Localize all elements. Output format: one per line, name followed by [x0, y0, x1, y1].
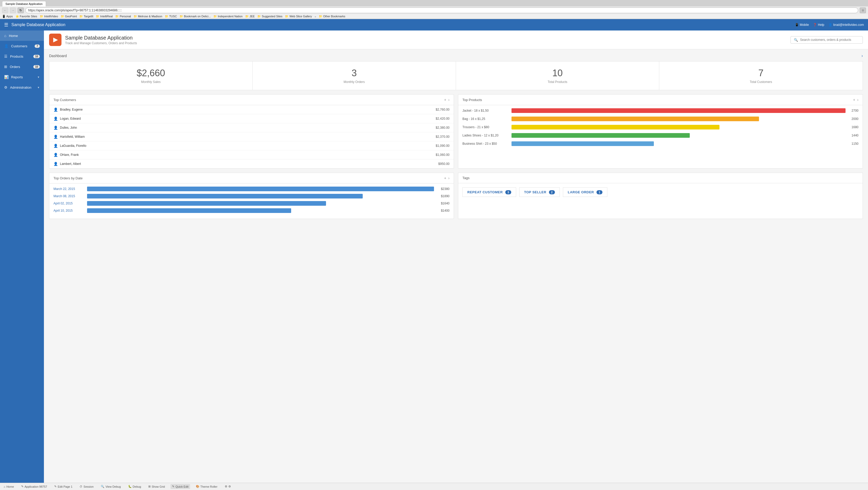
bookmark-jee[interactable]: 📁 JEE	[245, 15, 255, 18]
sidebar-label-reports: Reports	[11, 75, 36, 79]
bookmark-button[interactable]: ☆	[860, 7, 866, 13]
toolbar-item-edit-page[interactable]: ✎Edit Page 1	[53, 484, 74, 489]
product-bar	[512, 133, 690, 138]
products-card-actions: + ›	[853, 98, 859, 102]
toolbar-item-show-grid[interactable]: ⊞Show Grid	[147, 484, 166, 489]
order-bar	[87, 187, 434, 191]
orders-nav-btn[interactable]: ›	[448, 176, 450, 180]
toolbar-icon-edit-page: ✎	[54, 485, 57, 488]
bookmark-personal[interactable]: 📁 Personal	[115, 15, 131, 18]
toolbar-item-home[interactable]: ⌂Home	[2, 484, 16, 489]
top-orders-card: Top Orders by Date + › March 22, 2015 $2…	[49, 173, 454, 219]
customer-list: 👤 Bradley, Eugene $2,760.00 👤 Logan, Edw…	[49, 105, 454, 168]
app-header-info: ▶ Sample Database Application Track and …	[49, 34, 137, 46]
two-col-bottom: Top Orders by Date + › March 22, 2015 $2…	[49, 173, 863, 219]
toolbar-item-application[interactable]: ✎Application 98757	[20, 484, 49, 489]
toolbar-icon-theme-roller: 🎨	[196, 485, 199, 488]
customer-amount: $1,090.00	[436, 144, 450, 148]
products-nav-btn[interactable]: ›	[857, 98, 859, 102]
dashboard-arrow[interactable]: ›	[862, 54, 863, 58]
admin-arrow: ▼	[37, 86, 40, 89]
customer-row[interactable]: 👤 Hartsfield, William $2,370.00	[49, 132, 454, 141]
bookmark-intellivideo[interactable]: 📁 IntelliVideo	[40, 15, 58, 18]
help-icon: ❓	[813, 23, 817, 27]
products-icon: ☰	[4, 54, 7, 58]
order-date[interactable]: March 22, 2015	[54, 187, 85, 191]
product-row: Business Shirt - 23 x $50 1150	[462, 141, 859, 146]
tag-item[interactable]: TOP SELLER 2	[519, 187, 560, 197]
tag-label: TOP SELLER	[524, 190, 547, 194]
orders-icon: ⊞	[4, 65, 7, 69]
bookmark-delicious[interactable]: 📁 Bookmark on Delici...	[180, 15, 211, 18]
bookmark-favorite[interactable]: ⭐ Favorite Sites	[16, 15, 37, 18]
stat-total-customers: 7 Total Customers	[659, 62, 863, 90]
address-bar[interactable]: https://apex.oracle.com/pls/apex/f?p=987…	[25, 7, 858, 13]
order-date[interactable]: March 08, 2015	[54, 194, 85, 198]
sidebar-item-orders[interactable]: ⊞ Orders 10	[0, 62, 44, 72]
active-tab[interactable]: Sample Database Application	[2, 1, 46, 6]
help-link[interactable]: ❓ Help	[813, 23, 824, 27]
products-add-btn[interactable]: +	[853, 98, 855, 102]
bookmark-suggested[interactable]: 📁 Suggested Sites	[257, 15, 282, 18]
user-link[interactable]: 👤 brad@intellivideo.com	[829, 23, 864, 27]
toolbar-icon-quick-edit: ✎	[172, 485, 175, 488]
toolbar-item-settings[interactable]: ⚙⚙	[223, 484, 232, 489]
search-input[interactable]	[800, 38, 860, 41]
tag-item[interactable]: LARGE ORDER 1	[563, 187, 607, 197]
sidebar-label-admin: Administration	[10, 86, 36, 89]
stat-monthly-orders: 3 Monthly Orders	[253, 62, 456, 90]
monthly-sales-label: Monthly Sales	[55, 80, 247, 84]
bookmark-apps[interactable]: 📱 Apps	[2, 15, 13, 18]
sidebar-item-reports[interactable]: 📊 Reports ▼	[0, 72, 44, 82]
toolbar-item-session[interactable]: ⏱Session	[78, 484, 95, 489]
tag-count: 3	[505, 190, 511, 194]
sidebar-item-administration[interactable]: ⚙ Administration ▼	[0, 82, 44, 93]
forward-button[interactable]: →	[10, 7, 16, 13]
order-bar	[87, 208, 291, 213]
sidebar-label-products: Products	[10, 55, 33, 58]
sidebar-item-customers[interactable]: 👤 Customers 7	[0, 41, 44, 51]
product-bar	[512, 108, 845, 113]
refresh-button[interactable]: ↻	[18, 7, 24, 13]
bookmark-intellireal[interactable]: 📁 IntelliReal	[96, 15, 113, 18]
product-bar	[512, 117, 759, 121]
bookmark-tusc[interactable]: 📁 TUSC	[165, 15, 177, 18]
customer-row[interactable]: 👤 Logan, Edward $2,420.00	[49, 114, 454, 123]
search-bar[interactable]: 🔍	[790, 36, 863, 44]
hamburger-menu[interactable]: ☰	[4, 22, 8, 28]
product-value: 1150	[848, 142, 859, 146]
customer-name: 👤 Logan, Edward	[54, 117, 81, 121]
customer-row[interactable]: 👤 LaGuardia, Fiorello $1,090.00	[49, 141, 454, 150]
product-value: 2700	[848, 109, 859, 113]
bookmarks-bar: 📱 Apps ⭐ Favorite Sites 📁 IntelliVideo 📁…	[0, 14, 868, 19]
tag-item[interactable]: REPEAT CUSTOMER 3	[462, 187, 516, 197]
sidebar-item-products[interactable]: ☰ Products 10	[0, 51, 44, 62]
product-name: Trousers - 21 x $80	[462, 125, 509, 129]
order-date[interactable]: April 10, 2015	[54, 209, 85, 212]
bookmark-melrose[interactable]: 📁 Melrose & Madison	[133, 15, 162, 18]
bookmark-other[interactable]: 📁 Other Bookmarks	[319, 15, 345, 18]
toolbar-item-theme-roller[interactable]: 🎨Theme Roller	[194, 484, 219, 489]
order-value: $1400	[437, 209, 450, 212]
product-name: Business Shirt - 23 x $50	[462, 142, 509, 146]
toolbar-item-view-debug[interactable]: 🔍View Debug	[99, 484, 122, 489]
bookmark-targetit[interactable]: 📁 TargetIt	[79, 15, 93, 18]
customer-row[interactable]: 👤 Bradley, Eugene $2,760.00	[49, 105, 454, 114]
toolbar-item-debug[interactable]: 🐛Debug	[127, 484, 143, 489]
order-date[interactable]: April 02, 2015	[54, 202, 85, 205]
customer-row[interactable]: 👤 Dulles, John $2,380.00	[49, 123, 454, 132]
customers-add-btn[interactable]: +	[444, 98, 446, 102]
product-bar-wrap	[512, 125, 845, 129]
toolbar-item-quick-edit[interactable]: ✎Quick Edit	[170, 484, 190, 489]
bookmark-geopoint[interactable]: 📁 GeoPoint	[61, 15, 77, 18]
mobile-link[interactable]: 📱 Mobile	[795, 23, 809, 27]
customers-nav-btn[interactable]: ›	[448, 98, 450, 102]
bookmark-independent[interactable]: 📁 Independent Nation	[213, 15, 243, 18]
customer-row[interactable]: 👤 Lambert, Albert $950.00	[49, 159, 454, 168]
orders-add-btn[interactable]: +	[444, 176, 446, 180]
product-bar-wrap	[512, 108, 845, 113]
customer-row[interactable]: 👤 OHare, Frank $1,060.00	[49, 150, 454, 159]
back-button[interactable]: ←	[2, 7, 8, 13]
sidebar-item-home[interactable]: ⌂ Home	[0, 30, 44, 41]
bookmark-webslice[interactable]: 📁 Web Slice Gallery	[285, 15, 312, 18]
